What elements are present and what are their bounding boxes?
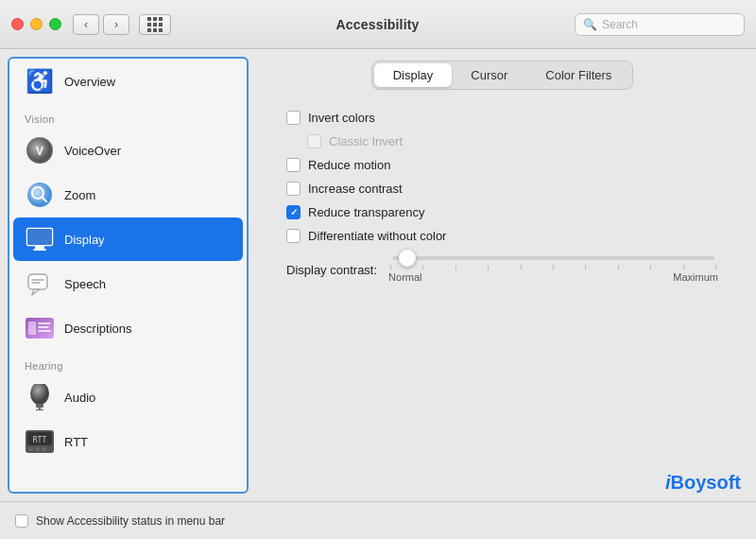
descriptions-icon — [26, 318, 54, 339]
sidebar-label-audio: Audio — [64, 391, 95, 405]
slider-ticks — [388, 265, 718, 270]
invert-colors-label: Invert colors — [308, 111, 375, 125]
slider-wrapper: Normal Maximum — [388, 256, 718, 283]
sidebar-item-rtt[interactable]: RTT RTT — [13, 420, 243, 463]
overview-icon-wrap: ♿ — [25, 66, 55, 96]
increase-contrast-label: Increase contrast — [308, 182, 403, 196]
traffic-lights — [11, 18, 61, 30]
increase-contrast-row: Increase contrast — [286, 182, 718, 196]
classic-invert-checkbox[interactable] — [307, 134, 321, 148]
sidebar-item-descriptions[interactable]: Descriptions — [13, 306, 243, 350]
svg-rect-14 — [28, 322, 36, 335]
voiceover-icon: V — [26, 137, 53, 164]
speech-icon — [26, 270, 53, 297]
tab-display[interactable]: Display — [374, 63, 453, 87]
audio-icon-wrap — [25, 382, 55, 412]
menu-bar-label: Show Accessibility status in menu bar — [36, 514, 225, 528]
svg-rect-19 — [36, 404, 43, 408]
tab-bar: Display Cursor Color Filters — [267, 61, 737, 90]
tick-2 — [455, 265, 456, 270]
nav-buttons: ‹ › — [73, 14, 129, 35]
minimize-button[interactable] — [30, 18, 43, 30]
slider-max-label: Maximum — [673, 271, 718, 283]
sidebar-item-zoom[interactable]: Zoom — [13, 173, 243, 217]
section-hearing: Hearing — [9, 351, 247, 374]
settings-area: Invert colors Classic Invert Reduce moti… — [267, 107, 737, 287]
classic-invert-label: Classic Invert — [329, 134, 403, 148]
reduce-transparency-label: Reduce transparency — [308, 205, 425, 219]
right-panel: Display Cursor Color Filters Invert colo… — [249, 49, 756, 501]
watermark: iBoysoft — [665, 472, 741, 494]
close-button[interactable] — [11, 18, 24, 30]
tab-color-filters[interactable]: Color Filters — [526, 63, 630, 87]
tick-8 — [650, 265, 651, 270]
display-icon-wrap — [25, 224, 55, 254]
sidebar-item-speech[interactable]: Speech — [13, 262, 243, 305]
sidebar-item-audio[interactable]: Audio — [13, 375, 243, 419]
classic-invert-row: Classic Invert — [307, 134, 718, 148]
differentiate-row: Differentiate without color — [286, 229, 718, 243]
search-icon: 🔍 — [583, 18, 597, 31]
reduce-motion-checkbox[interactable] — [286, 158, 301, 172]
zoom-icon — [26, 182, 53, 208]
sidebar-item-voiceover[interactable]: V VoiceOver — [13, 129, 243, 172]
menu-bar-checkbox[interactable] — [15, 514, 28, 528]
contrast-slider-track — [392, 256, 714, 260]
differentiate-checkbox[interactable] — [286, 229, 301, 243]
grid-icon — [147, 17, 163, 32]
search-box[interactable]: 🔍 Search — [575, 13, 745, 36]
tab-group: Display Cursor Color Filters — [371, 61, 634, 90]
speech-icon-wrap — [25, 269, 55, 299]
bottom-bar: Show Accessibility status in menu bar — [0, 501, 756, 539]
tab-cursor[interactable]: Cursor — [452, 63, 526, 87]
sidebar-label-descriptions: Descriptions — [64, 322, 132, 336]
svg-rect-9 — [28, 274, 47, 289]
zoom-icon-wrap — [25, 180, 55, 210]
descriptions-icon-wrap — [25, 313, 55, 343]
audio-icon — [28, 384, 51, 410]
reduce-motion-row: Reduce motion — [286, 158, 718, 172]
sidebar-label-speech: Speech — [64, 277, 106, 291]
sidebar-item-overview[interactable]: ♿ Overview — [13, 60, 243, 103]
rtt-icon: RTT — [26, 430, 54, 453]
invert-colors-checkbox[interactable] — [286, 111, 301, 125]
slider-labels: Normal Maximum — [388, 271, 718, 283]
tick-3 — [488, 265, 489, 270]
sidebar-label-display: Display — [64, 233, 105, 247]
sidebar-label-zoom: Zoom — [64, 188, 95, 202]
svg-rect-6 — [27, 229, 52, 245]
display-icon — [26, 226, 54, 252]
tick-7 — [618, 265, 619, 270]
svg-rect-7 — [35, 246, 44, 249]
voiceover-icon-wrap: V — [25, 135, 55, 165]
reduce-transparency-checkbox[interactable] — [286, 205, 301, 219]
sidebar-item-display[interactable]: Display — [13, 217, 243, 261]
search-placeholder: Search — [602, 18, 638, 31]
slider-min-label: Normal — [388, 271, 421, 283]
grid-view-button[interactable] — [139, 14, 171, 35]
svg-rect-24 — [28, 447, 33, 451]
title-bar: ‹ › Accessibility 🔍 Search — [0, 0, 756, 49]
sidebar-label-overview: Overview — [64, 75, 115, 89]
fullscreen-button[interactable] — [49, 18, 61, 30]
reduce-transparency-row: Reduce transparency — [286, 205, 718, 219]
svg-text:RTT: RTT — [33, 436, 47, 444]
reduce-motion-label: Reduce motion — [308, 158, 390, 172]
differentiate-label: Differentiate without color — [308, 229, 446, 243]
display-contrast-section: Display contrast: — [286, 256, 718, 283]
back-button[interactable]: ‹ — [73, 14, 99, 35]
svg-point-18 — [30, 384, 49, 405]
tick-4 — [521, 265, 522, 270]
svg-rect-25 — [35, 447, 40, 451]
sidebar-label-rtt: RTT — [64, 435, 88, 449]
svg-rect-26 — [42, 447, 46, 451]
rtt-icon-wrap: RTT — [25, 426, 55, 457]
sidebar-label-voiceover: VoiceOver — [64, 144, 121, 158]
watermark-text: Boysoft — [671, 472, 741, 493]
increase-contrast-checkbox[interactable] — [286, 182, 301, 196]
tick-1 — [422, 265, 423, 270]
forward-button[interactable]: › — [103, 14, 129, 35]
tick-5 — [553, 265, 554, 270]
contrast-slider-thumb[interactable] — [399, 250, 416, 267]
display-contrast-label: Display contrast: — [286, 263, 377, 277]
